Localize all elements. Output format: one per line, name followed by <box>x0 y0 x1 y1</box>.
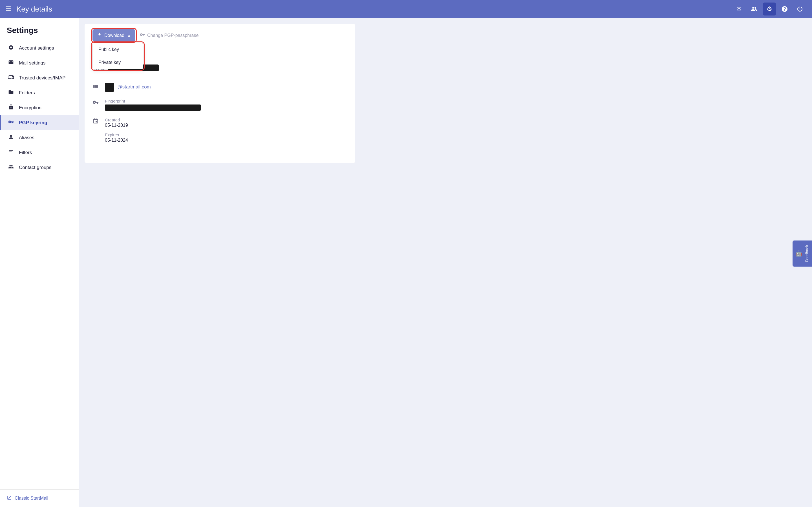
chevron-up-icon: ▲ <box>127 33 131 38</box>
download-dropdown-container: Download ▲ Public key Private key <box>93 29 135 41</box>
key-details-card: Download ▲ Public key Private key Change… <box>85 24 355 163</box>
account-settings-icon <box>8 45 14 52</box>
feedback-label: Feedback <box>805 245 809 262</box>
private-key-option[interactable]: Private key <box>93 56 143 69</box>
sidebar-item-encryption[interactable]: Encryption <box>0 100 79 115</box>
pgp-keyring-icon <box>8 119 14 126</box>
change-passphrase-label: Change PGP-passphrase <box>147 33 199 38</box>
folders-icon <box>8 89 14 96</box>
content-area: Download ▲ Public key Private key Change… <box>79 18 812 507</box>
sidebar: Settings Account settings Mail settings … <box>0 18 79 507</box>
download-label: Download <box>104 33 124 38</box>
sidebar-item-label: Trusted devices/IMAP <box>19 75 66 81</box>
sidebar-item-label: PGP keyring <box>19 120 47 126</box>
topbar-icons: ✉ ⚙ <box>732 3 806 15</box>
sidebar-item-pgp-keyring[interactable]: PGP keyring <box>0 115 79 130</box>
sidebar-item-label: Aliases <box>19 135 35 140</box>
aliases-icon <box>8 134 14 141</box>
mail-settings-icon <box>8 59 14 66</box>
filters-icon <box>8 149 14 156</box>
email-value: @startmail.com <box>117 84 151 90</box>
calendar-icon <box>93 118 100 126</box>
download-button[interactable]: Download ▲ <box>93 29 135 41</box>
robot-icon: 🤖 <box>795 250 802 257</box>
sidebar-item-aliases[interactable]: Aliases <box>0 130 79 145</box>
sidebar-item-trusted-devices[interactable]: Trusted devices/IMAP <box>0 70 79 86</box>
sidebar-item-filters[interactable]: Filters <box>0 145 79 160</box>
classic-startmail-link[interactable]: Classic StartMail <box>7 495 72 501</box>
feedback-tab[interactable]: 🤖 Feedback <box>793 240 812 267</box>
email-row: @startmail.com <box>93 83 347 92</box>
expires-label: Expires <box>105 132 128 137</box>
key-toolbar: Download ▲ Public key Private key Change… <box>93 29 347 41</box>
classic-startmail-label: Classic StartMail <box>15 496 48 501</box>
dates-row: Created 05-11-2019 Expires 05-11-2024 <box>93 117 347 147</box>
content-divider <box>93 78 347 78</box>
download-dropdown-menu: Public key Private key <box>93 43 143 69</box>
sidebar-item-label: Encryption <box>19 105 42 111</box>
expires-item: Expires 05-11-2024 <box>105 132 128 143</box>
download-icon <box>97 32 102 39</box>
sidebar-item-label: Filters <box>19 150 32 156</box>
encryption-icon <box>8 104 14 111</box>
mail-nav-button[interactable]: ✉ <box>732 3 746 15</box>
created-label: Created <box>105 117 128 122</box>
avatar <box>105 83 114 92</box>
external-link-icon <box>7 495 12 501</box>
sidebar-item-label: Folders <box>19 90 35 96</box>
created-item: Created 05-11-2019 <box>105 117 128 128</box>
sidebar-item-contact-groups[interactable]: Contact groups <box>0 160 79 175</box>
fingerprint-row: Fingerprint <box>93 99 347 111</box>
menu-icon[interactable]: ☰ <box>6 5 11 13</box>
sidebar-item-account-settings[interactable]: Account settings <box>0 41 79 55</box>
key-icon <box>140 32 145 39</box>
contacts-nav-button[interactable] <box>748 3 761 15</box>
change-passphrase-button[interactable]: Change PGP-passphrase <box>140 32 199 39</box>
sidebar-footer: Classic StartMail <box>0 489 79 507</box>
contact-groups-icon <box>8 164 14 171</box>
created-value: 05-11-2019 <box>105 123 128 128</box>
sidebar-item-label: Contact groups <box>19 165 51 170</box>
trusted-devices-icon <box>8 74 14 81</box>
page-title: Key details <box>16 5 732 13</box>
power-nav-button[interactable] <box>794 3 806 15</box>
help-nav-button[interactable] <box>778 3 791 15</box>
expires-value: 05-11-2024 <box>105 138 128 143</box>
fingerprint-icon <box>93 99 100 107</box>
fingerprint-value <box>105 105 201 111</box>
sidebar-item-folders[interactable]: Folders <box>0 86 79 100</box>
sidebar-item-label: Account settings <box>19 45 54 51</box>
sidebar-item-label: Mail settings <box>19 60 45 66</box>
public-key-option[interactable]: Public key <box>93 43 143 56</box>
sidebar-nav: Account settings Mail settings Trusted d… <box>0 41 79 489</box>
sidebar-title: Settings <box>0 18 79 41</box>
main-layout: Settings Account settings Mail settings … <box>0 18 812 507</box>
settings-nav-button[interactable]: ⚙ <box>763 3 776 15</box>
fingerprint-label: Fingerprint <box>105 99 201 103</box>
topbar: ☰ Key details ✉ ⚙ <box>0 0 812 18</box>
list-icon <box>93 83 100 91</box>
sidebar-item-mail-settings[interactable]: Mail settings <box>0 55 79 70</box>
